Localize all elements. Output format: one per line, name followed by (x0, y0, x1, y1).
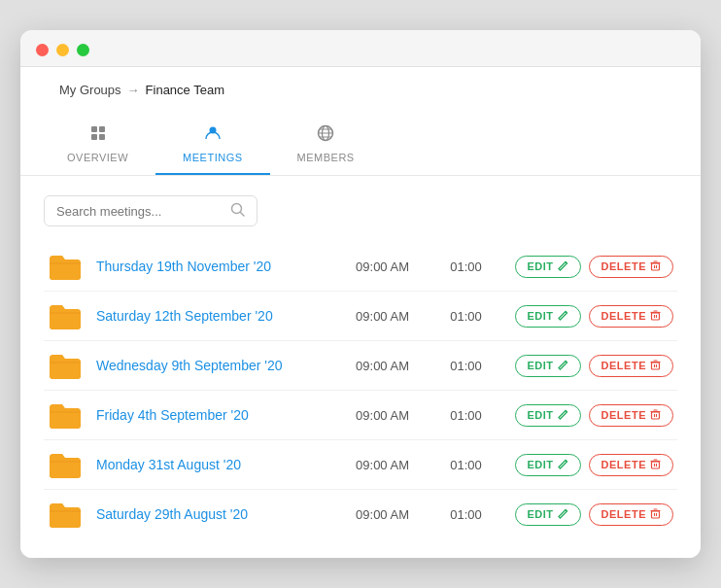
delete-button[interactable]: DELETE (589, 503, 673, 526)
delete-label: DELETE (601, 260, 646, 272)
delete-button[interactable]: DELETE (589, 256, 673, 278)
meeting-actions: EDIT DELETE (515, 404, 673, 427)
overview-icon (89, 124, 107, 146)
delete-icon (650, 360, 661, 372)
meeting-duration: 01:00 (431, 309, 501, 324)
tab-meetings[interactable]: MEETINGS (155, 113, 269, 175)
edit-icon (558, 360, 568, 372)
meeting-row: Wednesday 9th September '20 09:00 AM 01:… (44, 341, 677, 391)
meeting-actions: EDIT DELETE (515, 256, 673, 278)
maximize-button[interactable] (77, 44, 89, 56)
svg-rect-12 (652, 263, 660, 270)
tab-members-label: MEMBERS (297, 152, 355, 163)
svg-rect-0 (91, 126, 97, 132)
delete-button[interactable]: DELETE (589, 355, 673, 377)
tab-overview[interactable]: OVERVIEW (40, 113, 155, 175)
edit-button[interactable]: EDIT (515, 454, 581, 476)
breadcrumb-arrow: → (127, 83, 140, 97)
meeting-name[interactable]: Thursday 19th November '20 (96, 259, 334, 274)
edit-label: EDIT (528, 508, 554, 520)
edit-label: EDIT (528, 360, 554, 371)
edit-button[interactable]: EDIT (515, 256, 581, 278)
meeting-duration: 01:00 (431, 458, 501, 472)
delete-label: DELETE (601, 360, 646, 371)
meeting-name[interactable]: Friday 4th September '20 (96, 407, 334, 423)
meeting-name[interactable]: Monday 31st August '20 (96, 457, 334, 472)
delete-button[interactable]: DELETE (589, 305, 673, 328)
folder-icon (48, 351, 83, 380)
delete-button[interactable]: DELETE (589, 454, 673, 476)
meeting-duration: 01:00 (431, 507, 501, 522)
tabs: OVERVIEW MEETINGS MEMBERS (20, 113, 701, 176)
delete-label: DELETE (601, 508, 646, 520)
edit-label: EDIT (528, 310, 554, 322)
meeting-duration: 01:00 (431, 359, 501, 373)
edit-button[interactable]: EDIT (515, 305, 581, 328)
meeting-time: 09:00 AM (348, 458, 418, 472)
traffic-lights (36, 44, 89, 56)
meeting-duration: 01:00 (431, 259, 501, 274)
delete-icon (650, 459, 661, 471)
members-icon (317, 124, 334, 146)
search-bar[interactable] (44, 195, 258, 226)
breadcrumb-current: Finance Team (146, 83, 224, 97)
app-window: My Groups → Finance Team OVERVIEW (20, 30, 701, 558)
folder-icon (48, 500, 83, 529)
delete-label: DELETE (601, 310, 646, 322)
meeting-name[interactable]: Saturday 12th September '20 (96, 308, 334, 324)
meeting-name[interactable]: Wednesday 9th September '20 (96, 358, 334, 373)
breadcrumb: My Groups → Finance Team (40, 83, 681, 109)
svg-rect-1 (99, 126, 105, 132)
delete-icon (650, 260, 661, 273)
folder-icon (48, 301, 83, 330)
folder-icon (48, 450, 83, 479)
meeting-time: 09:00 AM (348, 309, 418, 324)
svg-rect-22 (652, 363, 660, 369)
edit-icon (558, 310, 568, 323)
edit-button[interactable]: EDIT (515, 503, 581, 526)
meeting-row: Thursday 19th November '20 09:00 AM 01:0… (44, 242, 677, 292)
meeting-row: Monday 31st August '20 09:00 AM 01:00 ED… (44, 440, 677, 490)
svg-rect-3 (99, 134, 105, 140)
edit-button[interactable]: EDIT (515, 355, 581, 377)
meeting-name[interactable]: Saturday 29th August '20 (96, 506, 334, 522)
search-icon (230, 202, 245, 220)
edit-label: EDIT (528, 409, 554, 421)
svg-rect-2 (91, 134, 97, 140)
svg-rect-17 (652, 313, 660, 320)
edit-icon (558, 260, 568, 273)
folder-icon (48, 400, 83, 430)
svg-rect-32 (652, 462, 660, 468)
tab-overview-label: OVERVIEW (67, 152, 128, 163)
edit-button[interactable]: EDIT (515, 404, 581, 427)
meeting-actions: EDIT DELETE (515, 454, 673, 476)
meeting-row: Friday 4th September '20 09:00 AM 01:00 … (44, 391, 677, 440)
content-area: Thursday 19th November '20 09:00 AM 01:0… (20, 176, 701, 558)
delete-icon (650, 310, 661, 323)
minimize-button[interactable] (56, 44, 69, 56)
breadcrumb-section: My Groups → Finance Team (20, 67, 701, 113)
meeting-time: 09:00 AM (348, 507, 418, 522)
delete-icon (650, 508, 661, 521)
edit-label: EDIT (528, 459, 554, 470)
search-input[interactable] (56, 204, 230, 219)
delete-button[interactable]: DELETE (589, 404, 673, 427)
delete-icon (650, 409, 661, 422)
tab-members[interactable]: MEMBERS (270, 113, 382, 175)
folder-icon (48, 252, 83, 281)
meeting-duration: 01:00 (431, 408, 501, 423)
meeting-row: Saturday 29th August '20 09:00 AM 01:00 … (44, 490, 677, 538)
delete-label: DELETE (601, 459, 646, 470)
meeting-time: 09:00 AM (348, 259, 418, 274)
edit-icon (558, 508, 568, 521)
meeting-time: 09:00 AM (348, 359, 418, 373)
svg-line-11 (241, 213, 245, 217)
close-button[interactable] (36, 44, 49, 56)
breadcrumb-parent[interactable]: My Groups (59, 83, 121, 97)
meeting-actions: EDIT DELETE (515, 355, 673, 377)
edit-label: EDIT (528, 260, 554, 272)
meeting-time: 09:00 AM (348, 408, 418, 423)
svg-rect-37 (652, 511, 660, 518)
meeting-actions: EDIT DELETE (515, 503, 673, 526)
meeting-row: Saturday 12th September '20 09:00 AM 01:… (44, 292, 677, 341)
